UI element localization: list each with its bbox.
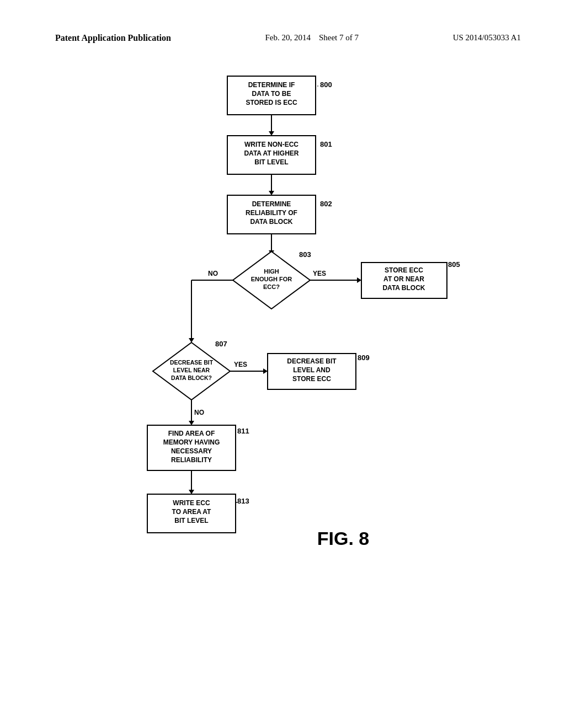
svg-text:DATA BLOCK?: DATA BLOCK?	[171, 374, 212, 381]
svg-text:MEMORY HAVING: MEMORY HAVING	[163, 438, 220, 446]
svg-text:DATA AT HIGHER: DATA AT HIGHER	[244, 149, 299, 157]
header-patent-number: US 2014/053033 A1	[453, 33, 521, 42]
header-center: Feb. 20, 2014 Sheet 7 of 7	[265, 33, 359, 42]
label-803-no: NO	[208, 270, 218, 277]
node-813-text: WRITE ECC	[173, 499, 210, 507]
svg-text:TO AREA AT: TO AREA AT	[172, 508, 212, 516]
node-805-text: STORE ECC	[385, 266, 423, 274]
svg-text:DATA TO BE: DATA TO BE	[252, 90, 291, 98]
svg-text:STORE ECC: STORE ECC	[292, 375, 331, 383]
header-sheet: Sheet 7 of 7	[319, 33, 359, 42]
label-813: 813	[237, 497, 249, 505]
svg-text:ENOUGH FOR: ENOUGH FOR	[251, 276, 292, 282]
svg-marker-36	[189, 421, 194, 425]
svg-text:STORED IS ECC: STORED IS ECC	[246, 99, 297, 106]
svg-text:NECESSARY: NECESSARY	[171, 447, 212, 455]
label-807: 807	[215, 340, 227, 348]
node-811-text: FIND AREA OF	[168, 430, 215, 437]
svg-marker-10	[269, 191, 274, 195]
svg-text:RELIABILITY: RELIABILITY	[171, 456, 212, 464]
svg-text:LEVEL NEAR: LEVEL NEAR	[173, 367, 210, 373]
header-date: Feb. 20, 2014	[265, 33, 311, 42]
label-801: 801	[320, 140, 332, 148]
svg-text:BIT LEVEL: BIT LEVEL	[254, 158, 288, 166]
svg-text:LEVEL AND: LEVEL AND	[293, 366, 331, 374]
flowchart-diagram: DETERMINE IF DATA TO BE STORED IS ECC 80…	[55, 65, 521, 595]
label-811: 811	[237, 427, 249, 435]
patent-page: Patent Application Publication Feb. 20, …	[0, 0, 565, 728]
label-802: 802	[320, 200, 332, 208]
svg-marker-42	[189, 490, 194, 494]
label-805: 805	[448, 260, 460, 269]
svg-text:RELIABILITY OF: RELIABILITY OF	[246, 209, 297, 217]
svg-text:DATA BLOCK: DATA BLOCK	[382, 284, 425, 292]
node-800-text: DETERMINE IF	[248, 81, 295, 89]
svg-marker-31	[263, 368, 268, 374]
label-803-yes: YES	[313, 270, 326, 277]
header-title: Patent Application Publication	[55, 33, 171, 43]
page-header: Patent Application Publication Feb. 20, …	[55, 33, 521, 43]
svg-marker-5	[269, 131, 274, 136]
label-807-no: NO	[194, 409, 204, 416]
node-807-text: DECREASE BIT	[170, 359, 214, 366]
figure-label: FIG. 8	[317, 528, 369, 549]
label-807-yes: YES	[234, 361, 247, 368]
label-809: 809	[358, 354, 370, 362]
node-802-text: DETERMINE	[252, 200, 291, 208]
node-803-text: HIGH	[264, 268, 279, 275]
svg-text:BIT LEVEL: BIT LEVEL	[174, 517, 208, 524]
svg-text:DATA BLOCK: DATA BLOCK	[250, 218, 292, 226]
label-800: 800	[320, 81, 332, 89]
node-801-text: WRITE NON-ECC	[244, 141, 299, 148]
label-803: 803	[299, 250, 311, 259]
svg-marker-20	[357, 277, 361, 283]
svg-text:AT OR NEAR: AT OR NEAR	[383, 275, 424, 283]
node-809-text: DECREASE BIT	[287, 357, 337, 365]
svg-text:ECC?: ECC?	[263, 283, 280, 290]
